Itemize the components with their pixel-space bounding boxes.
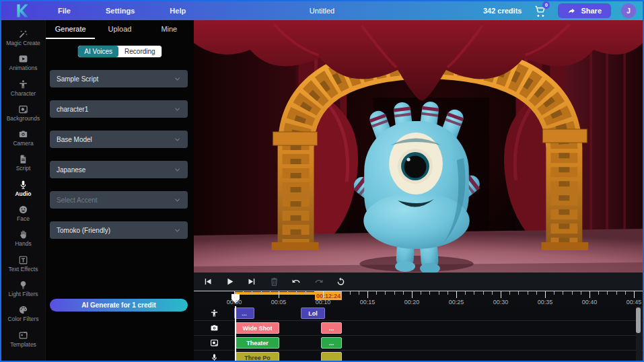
timeline-clip[interactable]: Three Po [236, 352, 279, 361]
track-lane-audio[interactable]: Three Po [234, 351, 643, 361]
accent-select[interactable]: Select Accent [50, 191, 188, 209]
dropdown-value: Sample Script [57, 75, 98, 83]
tool-sidebar: Magic CreateAnimationsCharacterBackgroun… [1, 20, 46, 361]
ruler-tick [350, 291, 351, 295]
toggle-ai-voices[interactable]: AI Voices [78, 46, 118, 57]
ruler-tick [332, 291, 332, 295]
ruler-tick [589, 291, 590, 298]
color-filters-icon [18, 305, 28, 315]
track-lane-character[interactable]: ...Lol [234, 306, 643, 320]
timeline-clip[interactable] [321, 352, 342, 361]
menu-help[interactable]: Help [170, 7, 186, 15]
backgrounds-icon [210, 338, 219, 347]
chevron-down-icon [174, 75, 181, 83]
sidebar-item-camera[interactable]: Camera [1, 129, 45, 154]
timeline-clip[interactable]: ... [321, 337, 342, 349]
timeline-panel: 00:12:24 00:0000:0500:1000:1500:2000:250… [194, 273, 643, 361]
character-select[interactable]: character1 [50, 100, 188, 118]
sidebar-item-text-effects[interactable]: Text Effects [1, 255, 45, 280]
dropdown-value: Base Model [57, 136, 92, 143]
menu-bar: FileSettingsHelp [58, 7, 186, 15]
voice-select[interactable]: Tomoko (Friendly) [50, 221, 188, 239]
track-row-camera: Wide Shot... [194, 321, 643, 336]
sidebar-item-label: Face [17, 216, 30, 222]
top-bar: FileSettingsHelp Untitled 342 credits 0 … [1, 1, 643, 20]
ruler-tick [474, 291, 474, 295]
ruler-tick [306, 291, 306, 295]
sidebar-item-face[interactable]: Face [1, 205, 45, 229]
language-select[interactable]: Japanese [50, 161, 188, 178]
character-icon [18, 79, 28, 89]
track-lane-camera[interactable]: Wide Shot... [234, 321, 643, 335]
track-icon-camera [194, 321, 234, 335]
credits-label: 342 credits [483, 7, 522, 15]
timeline-clip[interactable]: Theater [236, 337, 279, 349]
ruler-tick [385, 291, 386, 295]
tab-generate[interactable]: Generate [46, 20, 95, 39]
track-row-character: ...Lol [194, 306, 643, 321]
timeline-clip[interactable]: ... [321, 322, 342, 334]
ruler-tick [554, 291, 554, 295]
menu-settings[interactable]: Settings [106, 7, 135, 15]
tab-upload[interactable]: Upload [95, 20, 144, 39]
hand-icon [18, 229, 28, 240]
app-logo-icon[interactable] [13, 3, 30, 19]
tab-mine[interactable]: Mine [145, 20, 194, 39]
timeline-clip[interactable]: Lol [301, 307, 325, 319]
ruler-tick [359, 291, 359, 295]
sidebar-item-light-filters[interactable]: Light Filters [1, 280, 45, 305]
skip-end-icon [247, 277, 257, 287]
ruler-tick [492, 291, 493, 295]
loop-button[interactable] [334, 275, 347, 289]
sidebar-item-magic-create[interactable]: Magic Create [1, 29, 45, 54]
ruler-label: 00:00 [227, 299, 242, 305]
skip-to-start-button[interactable] [201, 275, 214, 289]
delete-button[interactable] [267, 275, 281, 289]
cart-button[interactable]: 0 [532, 3, 548, 19]
camera-icon [18, 129, 28, 139]
dropdown-value: Tomoko (Friendly) [57, 227, 110, 234]
sidebar-item-audio[interactable]: Audio [1, 180, 45, 205]
sidebar-item-color-filters[interactable]: Color Filters [1, 305, 45, 330]
toggle-recording[interactable]: Recording [118, 46, 162, 57]
share-label: Share [581, 7, 602, 15]
redo-button[interactable] [312, 275, 325, 289]
timeline-clip[interactable]: ... [234, 307, 254, 319]
sidebar-item-templates[interactable]: Templates [1, 330, 45, 355]
play-icon [225, 277, 235, 287]
sidebar-item-label: Templates [10, 342, 36, 348]
ruler-label: 00:15 [360, 299, 375, 305]
user-avatar[interactable]: J [621, 3, 636, 18]
undo-button[interactable] [289, 275, 303, 289]
ruler-tick [581, 291, 581, 295]
sidebar-item-animations[interactable]: Animations [1, 54, 45, 79]
timeline-ruler[interactable]: 00:12:24 00:0000:0500:1000:1500:2000:250… [194, 291, 643, 306]
model-select[interactable]: Base Model [50, 131, 188, 148]
play-button[interactable] [223, 275, 236, 289]
share-button[interactable]: Share [558, 3, 611, 18]
ruler-tick [634, 291, 635, 298]
track-row-audio: Three Po [194, 351, 643, 361]
character-icon [210, 309, 219, 318]
ai-generate-button[interactable]: AI Generate for 1 credit [50, 299, 188, 312]
ruler-tick [296, 291, 297, 295]
ruler-tick [518, 291, 519, 295]
track-lane-background[interactable]: Theater... [234, 336, 643, 350]
sidebar-item-character[interactable]: Character [1, 79, 45, 104]
sidebar-item-hands[interactable]: Hands [1, 229, 45, 254]
sidebar-item-label: Light Filters [9, 291, 38, 297]
sidebar-item-backgrounds[interactable]: Backgrounds [1, 104, 45, 129]
chevron-down-icon [174, 166, 181, 174]
sidebar-item-label: Hands [15, 241, 32, 247]
scene-viewport[interactable] [194, 20, 643, 273]
ruler-tick [616, 291, 617, 295]
ruler-label: 00:30 [493, 299, 509, 305]
skip-to-end-button[interactable] [245, 275, 258, 289]
undo-icon [291, 277, 301, 287]
timeline-clip[interactable]: Wide Shot [236, 322, 279, 334]
sample-script-select[interactable]: Sample Script [50, 70, 188, 87]
ruler-tick [243, 291, 244, 295]
menu-file[interactable]: File [58, 7, 71, 15]
ruler-label: 00:10 [316, 299, 331, 305]
sidebar-item-script[interactable]: Script [1, 154, 45, 179]
